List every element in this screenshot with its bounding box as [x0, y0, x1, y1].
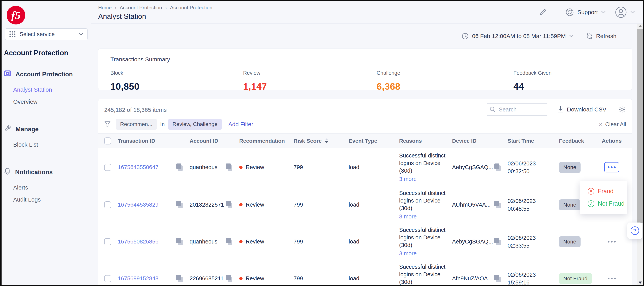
col-start-time[interactable]: Start Time [508, 138, 559, 144]
filter-field-chip[interactable]: Recommen... [116, 119, 157, 130]
breadcrumb-item[interactable]: Account Protection [120, 5, 162, 11]
review-status-dot-icon [239, 203, 242, 206]
review-status-dot-icon [239, 240, 242, 243]
more-reasons-link[interactable]: 3 more [399, 175, 416, 183]
vertical-scrollbar[interactable] [638, 24, 643, 285]
cell-event-type: load [349, 238, 399, 245]
sidebar-item-alerts[interactable]: Alerts [2, 182, 91, 194]
support-menu[interactable]: Support [566, 8, 606, 17]
col-reasons[interactable]: Reasons [399, 138, 452, 144]
row-checkbox[interactable] [104, 201, 111, 208]
circle-x-icon: × [588, 188, 594, 195]
download-csv-button[interactable]: Download CSV [557, 106, 606, 113]
feedback-badge: Not Fraud [559, 273, 592, 284]
col-risk-score[interactable]: Risk Score [294, 138, 349, 144]
more-reasons-link[interactable]: 3 more [399, 250, 416, 257]
col-device-id[interactable]: Device ID [452, 138, 508, 144]
recommendation-value: Review [246, 275, 264, 282]
select-service-dropdown[interactable]: Select service [5, 28, 88, 40]
sidebar-item-analyst-station[interactable]: Analyst Station [2, 84, 91, 96]
transaction-id-link[interactable]: 1675643550647 [118, 164, 158, 170]
filter-value-chip[interactable]: Review, Challenge [168, 119, 222, 130]
user-menu[interactable] [615, 6, 635, 18]
cell-feedback: Not Fraud [559, 273, 597, 284]
scrollbar-thumb[interactable] [638, 29, 643, 223]
add-filter-button[interactable]: Add Filter [228, 121, 253, 128]
cell-reasons: Successful distinct logins on Device (30… [399, 263, 452, 285]
copy-icon[interactable] [494, 238, 501, 246]
copy-icon[interactable] [226, 163, 233, 171]
sort-icon[interactable] [325, 138, 328, 143]
copy-icon[interactable] [176, 201, 183, 209]
cell-account-id: quanheous [190, 163, 239, 171]
search-input[interactable] [499, 106, 544, 113]
metric-challenge-label[interactable]: Challenge [376, 70, 400, 76]
breadcrumb: Home › Account Protection › Account Prot… [98, 5, 212, 11]
metric-review-label[interactable]: Review [243, 70, 260, 76]
col-recommendation[interactable]: Recommendation [239, 138, 294, 144]
cell-start-time: 02/06/202300:48:55 [508, 197, 559, 213]
row-checkbox[interactable] [104, 164, 111, 171]
copy-icon[interactable] [226, 201, 233, 209]
sidebar-section-header[interactable]: Account Protection [2, 70, 91, 79]
metric-feedback-given-value: 44 [514, 81, 632, 92]
row-checkbox[interactable] [104, 238, 111, 245]
feedback-badge: None [559, 199, 580, 210]
transaction-id-link[interactable]: 1675644535829 [118, 201, 158, 208]
sidebar-item-overview[interactable]: Overview [2, 96, 91, 108]
metric-feedback-given-label[interactable]: Feedback Given [514, 70, 552, 76]
copy-icon[interactable] [176, 275, 183, 282]
sidebar-section-header[interactable]: Manage [2, 125, 91, 134]
breadcrumb-home[interactable]: Home [98, 5, 112, 11]
scroll-down-arrow-icon[interactable] [638, 281, 642, 284]
feedback-badge: None [559, 236, 580, 247]
account-id-value: 20132322571 [190, 201, 224, 208]
transaction-id-link[interactable]: 1675699152848 [118, 275, 158, 282]
col-transaction-id[interactable]: Transaction ID [118, 138, 190, 144]
copy-icon[interactable] [176, 238, 183, 246]
download-csv-label: Download CSV [567, 106, 606, 113]
copy-icon[interactable] [226, 238, 233, 246]
refresh-button[interactable]: Refresh [586, 33, 616, 40]
search-box[interactable] [486, 104, 548, 116]
more-reasons-link[interactable]: 3 more [399, 213, 416, 220]
cell-start-time: 02/06/202300:32:50 [508, 160, 559, 175]
row-actions-button[interactable] [604, 273, 619, 284]
start-clock: 15:59:16 [508, 279, 536, 285]
sidebar-item-block-list[interactable]: Block List [2, 139, 91, 151]
pencil-icon[interactable] [539, 8, 546, 16]
circle-check-icon: ✓ [588, 200, 594, 207]
copy-icon[interactable] [494, 201, 501, 209]
cell-checkbox [104, 238, 118, 245]
copy-icon[interactable] [226, 275, 233, 282]
row-actions-button[interactable] [604, 236, 619, 247]
f5-logo: f5 [6, 6, 25, 25]
scroll-up-arrow-icon[interactable] [638, 25, 642, 27]
menu-item-fraud[interactable]: ×Fraud [580, 185, 627, 197]
table-settings-button[interactable] [618, 105, 626, 114]
menu-item-not-fraud[interactable]: ✓Not Fraud [580, 197, 627, 210]
metric-challenge: Challenge 6,368 [376, 70, 514, 92]
cell-event-type: load [349, 164, 399, 170]
transaction-id-link[interactable]: 1675650826856 [118, 238, 158, 245]
col-account-id[interactable]: Account ID [190, 138, 239, 144]
sidebar-section-header[interactable]: Notifications [2, 168, 91, 176]
col-feedback[interactable]: Feedback [559, 138, 597, 144]
row-actions-button[interactable] [604, 162, 619, 172]
copy-icon[interactable] [176, 163, 183, 171]
copy-icon[interactable] [494, 275, 501, 282]
device-id-value: AebyCgSGAQ... [452, 164, 493, 170]
col-event-type[interactable]: Event Type [349, 138, 399, 144]
clear-all-button[interactable]: ×Clear All [599, 121, 626, 128]
select-all-checkbox[interactable] [104, 137, 111, 144]
sidebar-item-audit-logs[interactable]: Audit Logs [2, 194, 91, 206]
metric-block-label[interactable]: Block [110, 70, 123, 76]
chevron-down-icon [78, 33, 84, 36]
help-button[interactable]: ? [627, 222, 642, 239]
funnel-icon [104, 121, 111, 128]
date-range-picker[interactable]: 06 Feb 12:00AM to 08 Mar 11:59PM [462, 33, 574, 40]
copy-icon[interactable] [494, 163, 501, 171]
row-checkbox[interactable] [104, 275, 111, 282]
feedback-badge: None [559, 162, 580, 173]
cell-checkbox [104, 164, 118, 171]
